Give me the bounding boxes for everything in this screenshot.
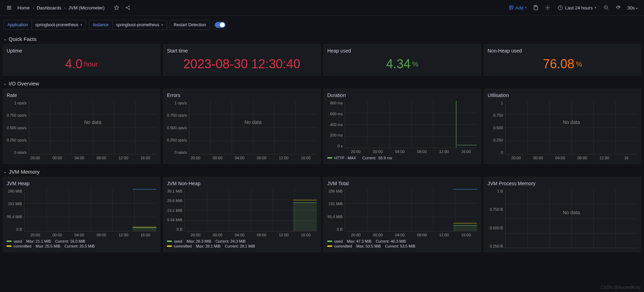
zoom-out-button[interactable] xyxy=(601,3,611,13)
y-axis: 800 ms600 ms400 ms200 ms0 s xyxy=(327,101,345,148)
legend: used Max: 26.3 MiB Current: 24.3 MiBcomm… xyxy=(167,237,317,248)
restart-detection-label: Restart Detection xyxy=(170,20,210,30)
panel-title: Utilisation xyxy=(488,92,637,98)
legend-max: Max: 28.1 MiB xyxy=(194,244,220,248)
panel-title: Rate xyxy=(7,92,156,98)
top-header: Home › Dashboards › JVM (Micrometer) Add… xyxy=(0,0,644,16)
share-button[interactable] xyxy=(123,3,133,13)
breadcrumb-dashboards[interactable]: Dashboards xyxy=(37,5,61,11)
stat-unit: % xyxy=(576,60,582,68)
y-axis: 1 B0.750 B0.500 B0.250 B xyxy=(488,189,505,248)
panel-jvm-nonheap[interactable]: JVM Non-Heap 38.1 MiB28.6 MiB19.1 MiB9.5… xyxy=(163,177,321,252)
legend-row: used Max: 26.3 MiB Current: 24.3 MiB xyxy=(167,239,317,243)
x-axis: 20:0000:0004:0008:0012:0016:00 xyxy=(167,154,317,160)
legend-stat-label: Current: xyxy=(362,156,376,160)
legend-stat-value: 55.9 ms xyxy=(378,156,392,160)
svg-rect-6 xyxy=(535,6,537,7)
chevron-down-icon: ▾ xyxy=(636,7,638,10)
legend-max: Max: 26.3 MiB xyxy=(184,239,211,243)
legend-series: committed xyxy=(174,244,192,248)
quick-facts-row: Uptime 4.0 hour Start time 2023-08-30 12… xyxy=(0,44,644,78)
panel-utilisation[interactable]: Utilisation 10.7500.5000.2500 No data 20… xyxy=(484,89,641,164)
row-title: JVM Memory xyxy=(9,169,40,175)
svg-point-7 xyxy=(547,7,548,8)
no-data-label: No data xyxy=(244,119,261,125)
plot xyxy=(345,101,477,148)
svg-point-0 xyxy=(126,7,127,8)
panel-heap-used[interactable]: Heap used 4.34% xyxy=(323,44,481,76)
panel-errors[interactable]: Errors 1 ops/s0.750 ops/s0.500 ops/s0.25… xyxy=(163,89,321,164)
time-range-picker[interactable]: Last 24 hours ▾ xyxy=(555,4,600,12)
add-button[interactable]: Add ▾ xyxy=(507,4,528,12)
chevron-down-icon: ▾ xyxy=(595,6,596,9)
legend-current: Current: 28.1 MiB xyxy=(223,244,255,248)
legend-swatch-icon xyxy=(7,245,12,247)
share-icon xyxy=(125,5,131,11)
legend-max: Max: 21.1 MiB xyxy=(24,239,51,243)
y-axis: 286 MiB191 MiB95.4 MiB0 B xyxy=(7,189,24,231)
legend-swatch-icon xyxy=(327,241,332,242)
plot: No data xyxy=(505,101,637,154)
panel-uptime[interactable]: Uptime 4.0 hour xyxy=(3,44,160,76)
panel-rate[interactable]: Rate 1 ops/s0.750 ops/s0.500 ops/s0.250 … xyxy=(3,89,160,164)
row-memory-toggle[interactable]: ⌄ JVM Memory xyxy=(0,167,644,177)
panel-start-time[interactable]: Start time 2023-08-30 12:30:40 xyxy=(163,44,321,76)
plot: No data xyxy=(505,189,637,248)
y-axis: 10.7500.5000.2500 xyxy=(488,101,505,154)
refresh-button[interactable] xyxy=(613,3,623,13)
legend-series: used xyxy=(334,239,343,243)
breadcrumb-current[interactable]: JVM (Micrometer) xyxy=(68,5,104,11)
memory-row: JVM Heap 286 MiB191 MiB95.4 MiB0 B 20:00… xyxy=(0,177,644,255)
legend-row: committed Max: 25.5 MiB Current: 25.5 Mi… xyxy=(7,244,156,248)
legend: HTTP - MAX Current: 55.9 ms xyxy=(327,154,477,160)
header-icons xyxy=(112,3,133,13)
row-quick-facts-toggle[interactable]: ⌄ Quick Facts xyxy=(0,34,644,44)
stat-value: 76.08% xyxy=(488,56,637,72)
stat-unit: % xyxy=(412,60,418,68)
chart-area: 10.7500.5000.2500 No data xyxy=(488,101,637,154)
panel-jvm-process-memory[interactable]: JVM Process Memory 1 B0.750 B0.500 B0.25… xyxy=(484,177,641,252)
refresh-interval-picker[interactable]: 30s ▾ xyxy=(625,4,640,12)
variable-toolbar: Application springboot-prometheus ▾ Inst… xyxy=(0,16,644,34)
stat-number: 4.0 xyxy=(65,57,83,71)
variable-instance-select[interactable]: springboot-prometheus ▾ xyxy=(112,20,167,29)
used-area xyxy=(293,202,317,231)
panel-title: JVM Heap xyxy=(7,181,156,186)
row-title: I/O Overview xyxy=(9,81,39,86)
menu-toggle-button[interactable] xyxy=(4,3,14,13)
save-button[interactable] xyxy=(531,3,541,13)
y-axis: 1 ops/s0.750 ops/s0.500 ops/s0.250 ops/s… xyxy=(7,101,29,154)
legend-max: Max: 25.5 MiB xyxy=(34,244,60,248)
svg-rect-5 xyxy=(510,8,511,9)
chevron-down-icon: ▾ xyxy=(161,23,163,27)
breadcrumb-home[interactable]: Home xyxy=(18,5,30,11)
legend-row: committed Max: 28.1 MiB Current: 28.1 Mi… xyxy=(167,244,317,248)
legend-current: Current: 16.0 MiB xyxy=(53,239,85,243)
stat-value: 4.34% xyxy=(327,56,477,72)
panel-jvm-total[interactable]: JVM Total 286 MiB191 MiB95.4 MiB0 B 20:0… xyxy=(323,177,481,252)
x-axis: 20:0000:0004:0008:0012:0016:00 xyxy=(7,231,156,237)
zoom-out-icon xyxy=(603,5,609,11)
legend-current: Current: 24.3 MiB xyxy=(213,239,245,243)
settings-button[interactable] xyxy=(543,3,553,13)
y-axis: 38.1 MiB28.6 MiB19.1 MiB9.54 MiB0 B xyxy=(167,189,184,231)
variable-label: Application xyxy=(4,20,31,29)
breadcrumb-sep: › xyxy=(64,5,65,11)
legend-swatch-icon xyxy=(327,245,332,247)
legend: used Max: 47.3 MiB Current: 40.3 MiBcomm… xyxy=(327,237,477,248)
restart-detection-toggle[interactable] xyxy=(215,22,226,28)
panel-jvm-heap[interactable]: JVM Heap 286 MiB191 MiB95.4 MiB0 B 20:00… xyxy=(3,177,160,252)
spike-line xyxy=(456,101,456,148)
svg-point-1 xyxy=(128,6,130,7)
panel-title: Duration xyxy=(327,92,477,98)
max-line xyxy=(133,189,156,189)
legend-swatch-icon xyxy=(327,157,332,159)
panel-nonheap-used[interactable]: Non-Heap used 76.08% xyxy=(484,44,641,76)
favorite-button[interactable] xyxy=(112,3,121,13)
legend-max: Max: 53.5 MiB xyxy=(354,244,381,248)
row-io-toggle[interactable]: ⌄ I/O Overview xyxy=(0,78,644,89)
gear-icon xyxy=(545,5,551,11)
panel-duration[interactable]: Duration 800 ms600 ms400 ms200 ms0 s 20:… xyxy=(323,89,481,164)
star-icon xyxy=(114,5,119,11)
variable-application-select[interactable]: springboot-prometheus ▾ xyxy=(31,20,86,29)
